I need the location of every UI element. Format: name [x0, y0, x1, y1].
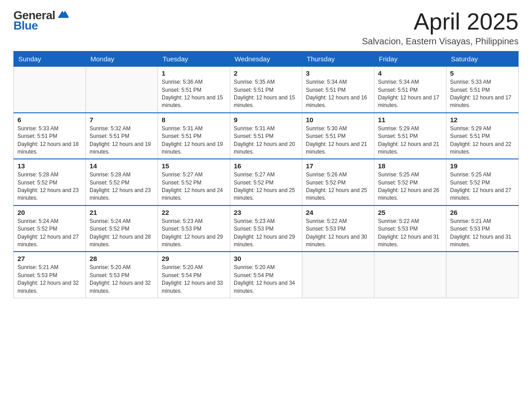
calendar-day-10: 10Sunrise: 5:30 AMSunset: 5:51 PMDayligh…: [302, 113, 374, 159]
calendar-day-14: 14Sunrise: 5:28 AMSunset: 5:52 PMDayligh…: [86, 159, 158, 206]
calendar-week-row: 13Sunrise: 5:28 AMSunset: 5:52 PMDayligh…: [14, 159, 519, 206]
day-info: Sunrise: 5:25 AMSunset: 5:52 PMDaylight:…: [450, 171, 515, 202]
day-number: 29: [162, 255, 226, 262]
calendar-empty-cell: [14, 67, 86, 113]
day-info: Sunrise: 5:29 AMSunset: 5:51 PMDaylight:…: [378, 125, 442, 156]
day-info: Sunrise: 5:22 AMSunset: 5:53 PMDaylight:…: [378, 218, 442, 249]
day-info: Sunrise: 5:21 AMSunset: 5:53 PMDaylight:…: [450, 218, 515, 249]
calendar-empty-cell: [302, 252, 374, 298]
day-header-sunday: Sunday: [14, 51, 86, 67]
day-info: Sunrise: 5:29 AMSunset: 5:51 PMDaylight:…: [450, 125, 515, 156]
calendar-day-12: 12Sunrise: 5:29 AMSunset: 5:51 PMDayligh…: [446, 113, 519, 159]
calendar-day-16: 16Sunrise: 5:27 AMSunset: 5:52 PMDayligh…: [230, 159, 302, 206]
calendar-day-23: 23Sunrise: 5:23 AMSunset: 5:53 PMDayligh…: [230, 206, 302, 252]
calendar-day-7: 7Sunrise: 5:32 AMSunset: 5:51 PMDaylight…: [86, 113, 158, 159]
day-header-friday: Friday: [374, 51, 446, 67]
calendar-empty-cell: [446, 252, 519, 298]
day-header-wednesday: Wednesday: [230, 51, 302, 67]
day-header-thursday: Thursday: [302, 51, 374, 67]
day-number: 13: [17, 162, 82, 170]
day-number: 12: [450, 116, 515, 124]
day-info: Sunrise: 5:32 AMSunset: 5:51 PMDaylight:…: [90, 125, 154, 156]
day-info: Sunrise: 5:27 AMSunset: 5:52 PMDaylight:…: [234, 171, 298, 202]
day-number: 26: [450, 209, 515, 216]
day-info: Sunrise: 5:31 AMSunset: 5:51 PMDaylight:…: [234, 125, 298, 156]
day-info: Sunrise: 5:34 AMSunset: 5:51 PMDaylight:…: [378, 78, 442, 110]
calendar-week-row: 6Sunrise: 5:33 AMSunset: 5:51 PMDaylight…: [14, 113, 519, 159]
day-info: Sunrise: 5:21 AMSunset: 5:53 PMDaylight:…: [17, 264, 82, 295]
day-header-tuesday: Tuesday: [158, 51, 230, 67]
day-info: Sunrise: 5:34 AMSunset: 5:51 PMDaylight:…: [306, 78, 370, 110]
day-info: Sunrise: 5:20 AMSunset: 5:53 PMDaylight:…: [90, 264, 154, 295]
day-number: 14: [90, 162, 154, 170]
day-info: Sunrise: 5:25 AMSunset: 5:52 PMDaylight:…: [378, 171, 442, 202]
calendar-empty-cell: [86, 67, 158, 113]
day-number: 8: [162, 116, 226, 124]
calendar-week-row: 1Sunrise: 5:36 AMSunset: 5:51 PMDaylight…: [14, 67, 519, 113]
calendar-day-20: 20Sunrise: 5:24 AMSunset: 5:52 PMDayligh…: [14, 206, 86, 252]
day-header-saturday: Saturday: [446, 51, 519, 67]
calendar-week-row: 27Sunrise: 5:21 AMSunset: 5:53 PMDayligh…: [14, 252, 519, 298]
day-info: Sunrise: 5:24 AMSunset: 5:52 PMDaylight:…: [17, 218, 82, 249]
calendar-day-2: 2Sunrise: 5:35 AMSunset: 5:51 PMDaylight…: [230, 67, 302, 113]
day-info: Sunrise: 5:22 AMSunset: 5:53 PMDaylight:…: [306, 218, 370, 249]
day-number: 4: [378, 69, 442, 77]
calendar-day-6: 6Sunrise: 5:33 AMSunset: 5:51 PMDaylight…: [14, 113, 86, 159]
day-number: 9: [234, 116, 298, 124]
day-number: 28: [90, 255, 154, 262]
day-info: Sunrise: 5:31 AMSunset: 5:51 PMDaylight:…: [162, 125, 226, 156]
calendar-day-25: 25Sunrise: 5:22 AMSunset: 5:53 PMDayligh…: [374, 206, 446, 252]
day-info: Sunrise: 5:27 AMSunset: 5:52 PMDaylight:…: [162, 171, 226, 202]
day-number: 16: [234, 162, 298, 170]
day-number: 30: [234, 255, 298, 262]
day-number: 25: [378, 209, 442, 216]
day-number: 15: [162, 162, 226, 170]
month-title: April 2025: [362, 9, 519, 34]
day-number: 7: [90, 116, 154, 124]
calendar: SundayMondayTuesdayWednesdayThursdayFrid…: [13, 51, 519, 298]
day-number: 6: [17, 116, 82, 124]
calendar-week-row: 20Sunrise: 5:24 AMSunset: 5:52 PMDayligh…: [14, 206, 519, 252]
calendar-day-17: 17Sunrise: 5:26 AMSunset: 5:52 PMDayligh…: [302, 159, 374, 206]
calendar-day-11: 11Sunrise: 5:29 AMSunset: 5:51 PMDayligh…: [374, 113, 446, 159]
day-info: Sunrise: 5:28 AMSunset: 5:52 PMDaylight:…: [90, 171, 154, 202]
calendar-day-3: 3Sunrise: 5:34 AMSunset: 5:51 PMDaylight…: [302, 67, 374, 113]
day-number: 23: [234, 209, 298, 216]
day-number: 2: [234, 69, 298, 77]
day-info: Sunrise: 5:23 AMSunset: 5:53 PMDaylight:…: [162, 218, 226, 249]
logo-icon: [56, 8, 69, 21]
day-number: 5: [450, 69, 515, 77]
day-number: 20: [17, 209, 82, 216]
day-number: 1: [162, 69, 226, 77]
page-header: General Blue April 2025 Salvacion, Easte…: [13, 9, 519, 47]
day-number: 24: [306, 209, 370, 216]
day-number: 22: [162, 209, 226, 216]
day-info: Sunrise: 5:20 AMSunset: 5:54 PMDaylight:…: [234, 264, 298, 295]
day-number: 27: [17, 255, 82, 262]
day-number: 11: [378, 116, 442, 124]
calendar-day-24: 24Sunrise: 5:22 AMSunset: 5:53 PMDayligh…: [302, 206, 374, 252]
calendar-day-9: 9Sunrise: 5:31 AMSunset: 5:51 PMDaylight…: [230, 113, 302, 159]
day-info: Sunrise: 5:20 AMSunset: 5:54 PMDaylight:…: [162, 264, 226, 295]
calendar-day-26: 26Sunrise: 5:21 AMSunset: 5:53 PMDayligh…: [446, 206, 519, 252]
day-number: 10: [306, 116, 370, 124]
day-header-monday: Monday: [86, 51, 158, 67]
calendar-day-30: 30Sunrise: 5:20 AMSunset: 5:54 PMDayligh…: [230, 252, 302, 298]
day-info: Sunrise: 5:28 AMSunset: 5:52 PMDaylight:…: [17, 171, 82, 202]
calendar-day-4: 4Sunrise: 5:34 AMSunset: 5:51 PMDaylight…: [374, 67, 446, 113]
calendar-day-8: 8Sunrise: 5:31 AMSunset: 5:51 PMDaylight…: [158, 113, 230, 159]
location-title: Salvacion, Eastern Visayas, Philippines: [362, 36, 519, 47]
day-number: 3: [306, 69, 370, 77]
title-block: April 2025 Salvacion, Eastern Visayas, P…: [362, 9, 519, 47]
day-info: Sunrise: 5:26 AMSunset: 5:52 PMDaylight:…: [306, 171, 370, 202]
day-info: Sunrise: 5:24 AMSunset: 5:52 PMDaylight:…: [90, 218, 154, 249]
day-info: Sunrise: 5:33 AMSunset: 5:51 PMDaylight:…: [450, 78, 515, 110]
day-number: 18: [378, 162, 442, 170]
calendar-day-15: 15Sunrise: 5:27 AMSunset: 5:52 PMDayligh…: [158, 159, 230, 206]
calendar-day-21: 21Sunrise: 5:24 AMSunset: 5:52 PMDayligh…: [86, 206, 158, 252]
day-number: 19: [450, 162, 515, 170]
day-info: Sunrise: 5:33 AMSunset: 5:51 PMDaylight:…: [17, 125, 82, 156]
logo: General Blue: [13, 9, 69, 31]
calendar-day-18: 18Sunrise: 5:25 AMSunset: 5:52 PMDayligh…: [374, 159, 446, 206]
calendar-empty-cell: [374, 252, 446, 298]
